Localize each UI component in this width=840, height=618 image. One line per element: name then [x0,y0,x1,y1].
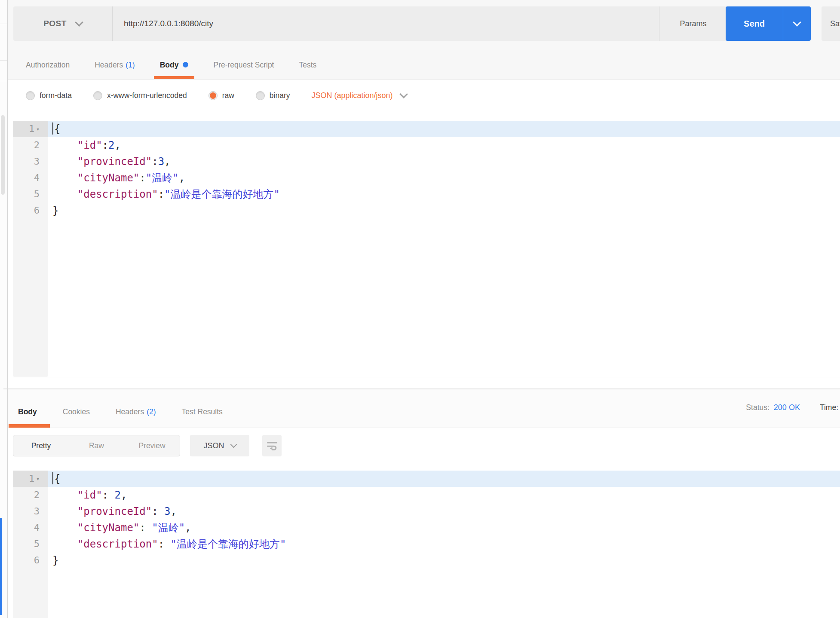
status-value[interactable]: 200 OK [774,403,800,412]
tab-pre-request-script[interactable]: Pre-request Script [213,61,274,79]
code-token: : [102,139,108,151]
tab-authorization[interactable]: Authorization [26,61,70,79]
active-tab-underline [9,424,50,428]
code-token: { [54,473,60,485]
response-header: Body Cookies Headers(2) Test Results Sta… [8,389,840,428]
sidebar-scrollbar[interactable] [1,115,5,195]
code-line[interactable]: "description":"温岭是个靠海的好地方" [52,186,840,202]
code-token: 2 [115,489,121,501]
tab-label: Tests [299,61,316,69]
sidebar-divider [0,60,7,61]
code-token: "温岭" [146,172,179,184]
line-number: 1▾ [13,121,48,137]
response-tabs: Body Cookies Headers(2) Test Results [18,389,223,428]
request-tabs: Authorization Headers(1) Body Pre-reques… [26,0,316,79]
wrap-text-button[interactable] [262,435,282,456]
code-line[interactable]: } [52,202,840,219]
radio-form-data[interactable]: form-data [26,91,72,100]
params-label: Params [680,19,706,28]
code-token: : [152,505,164,517]
code-line[interactable]: "id":2, [52,137,840,153]
view-label: Preview [138,441,165,450]
code-token: { [54,123,60,135]
view-preview-button[interactable]: Preview [124,435,180,456]
radio-x-www-form-urlencoded[interactable]: x-www-form-urlencoded [93,91,187,100]
tab-label: Test Results [182,407,223,416]
radio-icon[interactable] [26,91,35,100]
view-pretty-button[interactable]: Pretty [13,435,69,456]
code-token: } [52,205,58,217]
tab-label: Body [160,61,179,69]
response-format-select[interactable]: JSON [190,435,249,456]
code-token: "cityName" [52,172,139,184]
tab-response-body[interactable]: Body [18,407,37,428]
line-number: 5 [13,186,48,202]
content-type-select[interactable]: JSON (application/json) [312,91,407,100]
code-line: "description": "温岭是个靠海的好地方" [52,536,840,552]
radio-icon[interactable] [93,91,102,100]
request-builder-header: POST http://127.0.0.1:8080/city Params S… [8,0,840,80]
tab-label: Pre-request Script [213,61,274,69]
line-number: 6 [13,552,48,569]
send-options-button[interactable] [783,6,811,41]
code-token: 2 [108,139,114,151]
code-token: "温岭是个靠海的好地方" [164,188,280,200]
tab-count: (1) [126,61,135,69]
tab-test-results[interactable]: Test Results [182,407,223,428]
radio-label: raw [222,91,234,100]
sidebar-selection-indicator [0,518,2,615]
view-label: Raw [89,441,104,450]
line-number: 4 [13,520,48,536]
code-token: "provinceId" [52,156,152,168]
save-button[interactable]: Save [822,6,840,41]
code-token: , [171,505,177,517]
tab-body[interactable]: Body [160,61,189,79]
tab-tests[interactable]: Tests [299,61,316,79]
line-number: 3 [13,503,48,520]
radio-binary[interactable]: binary [256,91,290,100]
fold-toggle-icon[interactable]: ▾ [36,476,40,482]
save-label: Save [830,19,840,28]
send-button[interactable]: Send [726,6,783,41]
chevron-down-icon [793,18,801,27]
sidebar-divider [0,24,7,24]
code-line[interactable]: "cityName":"温岭", [52,170,840,186]
radio-selected-icon[interactable] [208,91,218,100]
body-type-row: form-data x-www-form-urlencoded raw bina… [26,86,407,105]
code-token: : [152,156,158,168]
code-token: : [102,489,115,501]
blue-dot-icon [183,62,188,67]
code-token: "provinceId" [52,505,152,517]
code-token: "温岭是个靠海的好地方" [171,538,286,550]
tab-response-cookies[interactable]: Cookies [63,407,90,428]
code-line[interactable]: { [52,121,840,137]
code-area[interactable]: { "id":2, "provinceId":3, "cityName":"温岭… [52,121,840,219]
code-token: 3 [158,156,164,168]
code-token: "description" [52,188,158,200]
radio-icon[interactable] [256,91,265,100]
code-token: , [115,139,121,151]
fold-toggle-icon[interactable]: ▾ [36,126,40,132]
code-area: { "id": 2, "provinceId": 3, "cityName": … [52,471,840,569]
chevron-down-icon [230,441,237,448]
response-status-line: Status: 200 OK Time: [746,403,838,412]
request-body-editor[interactable]: 1▾23456{ "id":2, "provinceId":3, "cityNa… [13,121,840,377]
code-line: "id": 2, [52,487,840,503]
code-line[interactable]: "provinceId":3, [52,153,840,170]
tab-label: Headers [116,407,144,416]
chevron-down-icon [399,90,408,98]
code-token: : [139,522,152,534]
view-raw-button[interactable]: Raw [69,435,124,456]
radio-label: form-data [40,91,72,100]
content-type-label: JSON (application/json) [312,91,393,100]
radio-raw[interactable]: raw [208,91,234,100]
response-body-editor[interactable]: 1▾23456{ "id": 2, "provinceId": 3, "city… [13,471,840,618]
code-token: : [139,172,145,184]
code-token: : [158,188,164,200]
tab-response-headers[interactable]: Headers(2) [116,407,156,428]
line-number-gutter: 1▾23456 [13,121,48,377]
params-button[interactable]: Params [659,6,727,41]
line-number-gutter: 1▾23456 [13,471,48,618]
tab-headers[interactable]: Headers(1) [95,61,135,79]
radio-label: x-www-form-urlencoded [107,91,187,100]
